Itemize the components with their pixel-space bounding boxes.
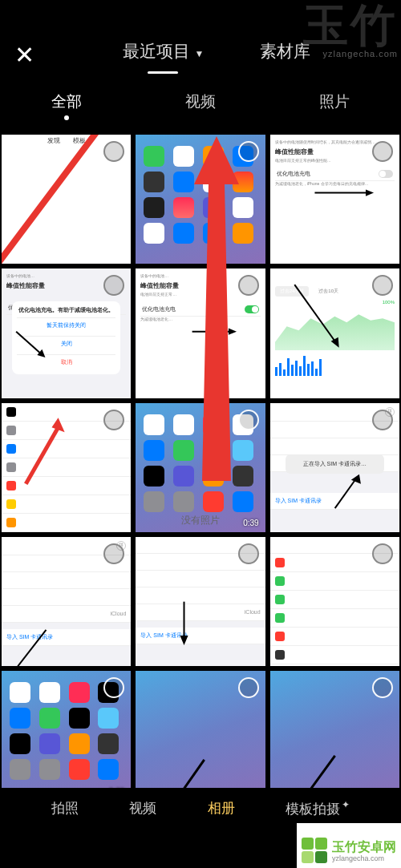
svg-line-3 [16, 332, 40, 353]
thumb-5[interactable]: 设备中的电池… 峰值性能容量 电池目前支持正常… 优化电池充电 为减缓电池老化… [136, 268, 265, 398]
thumb-3[interactable]: 设备中的电池随使用时间增长，其充电能力会逐渐减弱… 峰值性能容量 电池目前支持正… [270, 135, 399, 264]
svg-marker-2 [366, 190, 374, 196]
tab-recent[interactable]: 最近项目▼ [123, 40, 205, 71]
svg-line-17 [302, 756, 334, 800]
wm-brand: 玉竹安卓网 [332, 839, 396, 856]
thumb-12[interactable]: 提醒事项 语音备忘录 电话 信息 FaceTime 通话 指南针 测距仪 Saf… [270, 537, 399, 666]
btab-shoot[interactable]: 拍照 [51, 799, 79, 818]
thumb-4[interactable]: 设备中的电池… 峰值性能容量 优化电… 优化电池充电。有助于减缓电池老化。 暂天… [2, 268, 131, 398]
thumb-13[interactable]: 0:39 [2, 671, 131, 800]
svg-marker-15 [180, 636, 188, 645]
r-phone: 电话 [288, 577, 299, 585]
no-photos-label: 没有照片 [136, 514, 265, 527]
thumb-7[interactable]: 钱包与 Apple Pay 密码与帐户 邮件 通讯录 日历 备忘录 提醒事项 语… [2, 403, 131, 532]
btab-album[interactable]: 相册 [208, 799, 235, 818]
tab-recent-label: 最近项目 [123, 42, 190, 60]
close-button[interactable]: ✕ [14, 43, 47, 67]
thumb-9[interactable]: 显示顺序拼 排序顺序 短名称 我的信息 正在导入 SIM 卡通讯录… 导入 SI… [270, 403, 399, 532]
svg-marker-8 [330, 337, 338, 348]
media-grid: 发现 模板 设备中的电池随使用时间增长，其充电能力会逐渐减弱… 峰值性能容量 电… [0, 119, 401, 801]
select-circle[interactable] [372, 543, 393, 564]
select-circle[interactable] [238, 410, 259, 430]
filter-photo[interactable]: 照片 [319, 91, 350, 112]
svg-line-7 [294, 285, 334, 341]
svg-line-9 [26, 427, 58, 484]
r-rem2: 提醒事项 [275, 541, 298, 549]
watermark-top: 玉竹 yzlangecha.com [303, 0, 398, 59]
svg-line-11 [334, 479, 354, 507]
r-msg: 信息 [288, 595, 299, 604]
btab-template[interactable]: 模板拍摄✦ [286, 799, 350, 818]
thumb-8[interactable]: 0:39 没有照片 [136, 403, 265, 532]
thumb-2[interactable] [136, 135, 265, 264]
filter-all[interactable]: 全部 [51, 91, 82, 112]
svg-line-0 [2, 135, 107, 264]
thumb-1[interactable]: 发现 模板 [2, 135, 131, 264]
r-measure: 测距仪 [288, 651, 305, 659]
svg-line-13 [18, 630, 46, 666]
thumb-6[interactable]: 电池健康 过去24小时 过去10天 上次充电至100% [270, 268, 399, 398]
svg-line-16 [176, 760, 205, 800]
thumb-10[interactable]: 排列顺序拼 显示顺序 短名称 我的信息 默认帐户iCloud 导入 SIM 卡通… [2, 537, 131, 666]
btab-video[interactable]: 视频 [129, 799, 156, 818]
select-circle[interactable] [238, 141, 259, 162]
chevron-down-icon: ▼ [195, 48, 205, 59]
r-ft: FaceTime 通话 [288, 614, 326, 622]
btab-template-label: 模板拍摄 [286, 801, 340, 817]
thumb-15[interactable] [270, 671, 399, 800]
thumb-11[interactable]: 排列顺序 显示顺序 短名称 我的信息 默认帐户iCloud 导入 SIM 卡通讯… [136, 537, 265, 666]
svg-marker-6 [229, 329, 237, 335]
watermark-logo: 玉竹安卓网 yzlangecha.com [302, 838, 396, 863]
filter-video[interactable]: 视频 [185, 91, 216, 112]
r-voice2: 语音备忘录 [288, 559, 316, 567]
logo-icon [302, 838, 327, 863]
thumb-14[interactable] [136, 671, 265, 800]
sparkle-icon: ✦ [342, 799, 350, 810]
r-compass: 指南针 [288, 632, 305, 640]
